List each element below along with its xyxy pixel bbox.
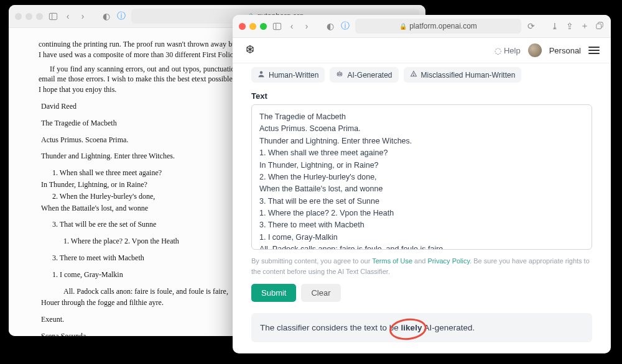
chip-label: Misclassified Human-Written: [421, 71, 516, 80]
result-banner: The classifier considers the text to be …: [251, 313, 592, 342]
svg-point-8: [340, 74, 341, 75]
appearance-icon[interactable]: ◐: [101, 11, 111, 21]
privacy-icon[interactable]: ⓘ: [340, 21, 350, 31]
help-label: Help: [504, 46, 521, 55]
warning-icon: [410, 70, 417, 80]
sidebar-icon[interactable]: [48, 11, 58, 21]
svg-rect-4: [596, 24, 601, 29]
submit-button[interactable]: Submit: [251, 284, 296, 302]
back-icon[interactable]: ‹: [63, 11, 73, 21]
svg-point-11: [413, 75, 414, 76]
reload-icon[interactable]: ⟳: [526, 21, 536, 31]
chip-ai-generated[interactable]: AI-Generated: [330, 67, 398, 83]
address-bar[interactable]: 🔒 platform.openai.com: [355, 19, 521, 34]
browser-window-openai: ‹ › ◐ ⓘ 🔒 platform.openai.com ⟳ ⤓ ⇪ ＋ ◌ …: [233, 15, 611, 353]
menu-icon[interactable]: [588, 47, 600, 54]
app-header: ◌ Help Personal: [233, 38, 611, 63]
svg-point-5: [260, 71, 263, 75]
toolbar: ‹ › ◐ ⓘ 🔒 platform.openai.com ⟳ ⤓ ⇪ ＋: [233, 15, 611, 38]
text-field-label: Text: [251, 91, 592, 101]
lock-icon: 🔒: [399, 23, 407, 30]
help-icon: ◌: [494, 46, 501, 55]
disclaimer-text: By submitting content, you agree to our …: [251, 256, 592, 276]
chip-label: Human-Written: [269, 71, 318, 80]
text-input[interactable]: The Tragedie of Macbeth Actus Primus. Sc…: [251, 104, 592, 250]
clear-button[interactable]: Clear: [301, 284, 340, 302]
terms-link[interactable]: Terms of Use: [372, 257, 412, 265]
avatar[interactable]: [528, 43, 542, 57]
sidebar-icon[interactable]: [272, 21, 282, 31]
minimize-icon[interactable]: [249, 23, 256, 30]
person-icon: [258, 70, 265, 80]
forward-icon[interactable]: ›: [78, 11, 88, 21]
example-chips: Human-Written AI-Generated Misclassified…: [251, 67, 592, 83]
maximize-icon[interactable]: [260, 23, 267, 30]
close-icon[interactable]: [239, 23, 246, 30]
download-icon[interactable]: ⤓: [550, 21, 560, 31]
privacy-icon[interactable]: ⓘ: [116, 11, 126, 21]
new-tab-icon[interactable]: ＋: [580, 21, 590, 31]
appearance-icon[interactable]: ◐: [325, 21, 335, 31]
svg-rect-2: [273, 23, 281, 29]
result-text-a: The classifier considers the text to be: [260, 323, 401, 332]
result-text-b: AI-generated.: [422, 323, 475, 332]
share-icon[interactable]: ⇪: [565, 21, 575, 31]
chip-label: AI-Generated: [347, 71, 392, 80]
url-text: platform.openai.com: [409, 22, 477, 30]
svg-point-7: [338, 74, 340, 75]
help-link[interactable]: ◌ Help: [494, 46, 521, 55]
account-name[interactable]: Personal: [549, 46, 581, 55]
main-panel: Human-Written AI-Generated Misclassified…: [233, 63, 611, 348]
traffic-lights-inactive[interactable]: [15, 13, 43, 20]
traffic-lights[interactable]: [239, 23, 267, 30]
openai-logo-icon[interactable]: [244, 44, 256, 57]
chip-human-written[interactable]: Human-Written: [251, 67, 325, 83]
privacy-link[interactable]: Privacy Policy: [428, 257, 470, 265]
tabs-icon[interactable]: [595, 21, 605, 31]
result-likely: likely: [401, 323, 422, 332]
back-icon[interactable]: ‹: [287, 21, 297, 31]
chip-misclassified[interactable]: Misclassified Human-Written: [404, 67, 522, 83]
svg-rect-0: [49, 13, 57, 19]
robot-icon: [336, 70, 343, 80]
forward-icon[interactable]: ›: [302, 21, 312, 31]
